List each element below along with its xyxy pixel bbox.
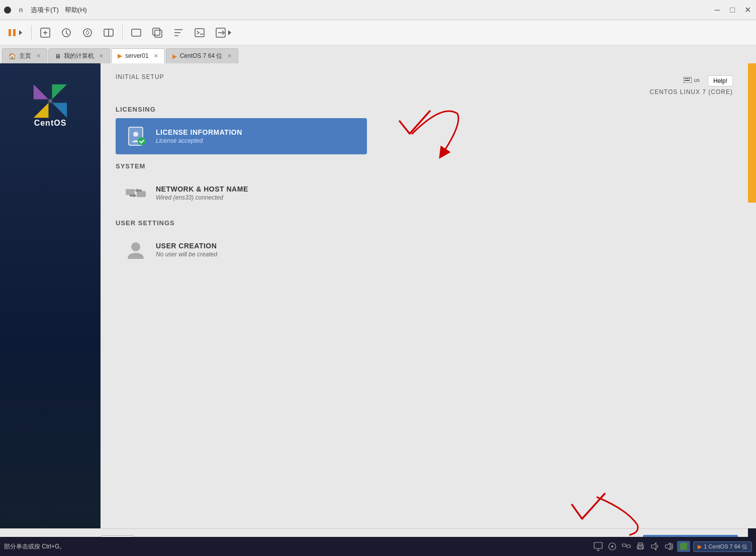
taskbar-task-icon: ▶ — [698, 543, 702, 550]
centos-version-label: CENTOS LINUX 7 (CORE) — [650, 88, 733, 96]
centos-logo-icon — [33, 83, 68, 119]
taskbar-icon-sound[interactable] — [649, 541, 660, 552]
tab-home-close[interactable]: ✕ — [36, 53, 41, 59]
network-hostname-item[interactable]: NETWORK & HOST NAME Wired (ens33) connec… — [116, 175, 367, 211]
svg-rect-9 — [153, 28, 160, 35]
menu-tab[interactable]: 选项卡(T) — [31, 6, 59, 15]
svg-point-36 — [611, 545, 613, 547]
tab-home-icon: 🏠 — [9, 53, 16, 60]
title-bar-menu: 选项卡(T) 帮助(H) — [31, 6, 87, 15]
taskbar-icon-network[interactable] — [621, 541, 632, 552]
svg-rect-37 — [622, 544, 626, 546]
tab-mycomputer-close[interactable]: ✕ — [99, 53, 104, 59]
svg-rect-0 — [9, 29, 11, 36]
taskbar-task-label: 1 CentOS 7 64 位 — [704, 543, 747, 550]
tab-server01-label: server01 — [125, 52, 149, 59]
header-top-info: us Help! — [684, 73, 733, 86]
licensing-section-label: LICENSING — [116, 106, 733, 113]
user-creation-text: USER CREATION No user will be created — [156, 242, 217, 258]
menu-help[interactable]: 帮助(H) — [65, 6, 87, 15]
taskbar-icon-print[interactable] — [635, 541, 646, 552]
svg-rect-8 — [132, 29, 141, 36]
user-creation-icon — [124, 238, 148, 262]
svg-rect-34 — [594, 542, 602, 548]
tab-server01-close[interactable]: ✕ — [154, 53, 158, 59]
toolbar-terminal-button[interactable] — [191, 25, 208, 40]
tab-server01[interactable]: ▶ server01 ✕ — [111, 48, 165, 63]
svg-marker-16 — [50, 84, 67, 101]
taskbar-icon-monitor[interactable] — [593, 541, 604, 552]
centos-brand-label: CentOS — [34, 119, 67, 128]
toolbar-btn-9[interactable] — [212, 25, 235, 40]
license-information-item[interactable]: LICENSE INFORMATION License accepted — [116, 118, 367, 154]
network-icon — [124, 181, 148, 205]
toolbar-btn-4[interactable] — [79, 25, 96, 40]
tab-centos[interactable]: ▶ CentOS 7 64 位 ✕ — [166, 48, 239, 63]
svg-rect-21 — [49, 100, 52, 103]
network-text: NETWORK & HOST NAME Wired (ens33) connec… — [156, 185, 248, 201]
app-logo — [4, 7, 11, 14]
taskbar-hint: 部分单击或按 Ctrl+G。 — [4, 542, 65, 551]
minimize-button[interactable]: ─ — [713, 6, 722, 15]
toolbar-btn-8[interactable] — [170, 25, 187, 40]
window-controls: ─ □ ✕ — [713, 6, 752, 15]
taskbar: 部分单击或按 Ctrl+G。 ▶ 1 CentOS 7 64 位 — [0, 537, 756, 556]
toolbar-pause-button[interactable] — [4, 26, 26, 40]
taskbar-icon-app[interactable] — [677, 541, 690, 552]
svg-marker-18 — [50, 101, 67, 118]
title-bar-left: n 选项卡(T) 帮助(H) — [4, 6, 87, 15]
taskbar-icon-volume[interactable] — [663, 541, 674, 552]
sidebar: CentOS — [0, 63, 101, 528]
user-creation-subtitle: No user will be created — [156, 251, 217, 258]
svg-rect-26 — [685, 80, 690, 81]
initial-setup-label: INITIAL SETUP — [116, 73, 164, 80]
tabs-bar: 🏠 主页 ✕ 🖥 我的计算机 ✕ ▶ server01 ✕ ▶ CentOS 7… — [0, 45, 756, 63]
toolbar-btn-6[interactable] — [128, 25, 145, 40]
toolbar-btn-2[interactable] — [37, 25, 54, 40]
svg-rect-38 — [627, 545, 630, 547]
svg-rect-32 — [137, 191, 146, 197]
license-title: LICENSE INFORMATION — [156, 128, 242, 136]
content-header: INITIAL SETUP us Help! CENTOS LINUX 7 (C… — [116, 73, 733, 96]
window-title: n — [19, 6, 23, 14]
svg-rect-43 — [680, 543, 687, 550]
user-creation-item[interactable]: USER CREATION No user will be created — [116, 232, 367, 268]
main-content: INITIAL SETUP us Help! CENTOS LINUX 7 (C… — [101, 63, 748, 528]
tab-home[interactable]: 🏠 主页 ✕ — [2, 48, 47, 63]
help-button[interactable]: Help! — [708, 75, 733, 86]
maximize-button[interactable]: □ — [728, 6, 737, 15]
license-subtitle: License accepted — [156, 137, 242, 144]
toolbar-btn-3[interactable] — [58, 25, 75, 40]
tab-server01-icon: ▶ — [118, 52, 122, 59]
user-creation-title: USER CREATION — [156, 242, 217, 250]
tab-centos-label: CentOS 7 64 位 — [180, 52, 223, 60]
tab-centos-close[interactable]: ✕ — [227, 53, 232, 59]
tab-home-label: 主页 — [19, 52, 31, 60]
svg-rect-25 — [689, 78, 690, 79]
right-edge-accent — [748, 63, 756, 528]
svg-rect-1 — [13, 29, 16, 36]
keyboard-icon — [684, 77, 692, 83]
header-right: us Help! CENTOS LINUX 7 (CORE) — [650, 73, 733, 96]
keyboard-indicator: us — [684, 77, 700, 83]
tab-centos-icon: ▶ — [172, 53, 177, 60]
close-button[interactable]: ✕ — [743, 6, 752, 15]
svg-marker-42 — [651, 543, 656, 550]
toolbar-btn-7[interactable] — [149, 25, 166, 40]
network-title: NETWORK & HOST NAME — [156, 185, 248, 193]
keyboard-lang: us — [694, 77, 700, 83]
svg-point-33 — [131, 242, 140, 251]
svg-rect-31 — [126, 189, 135, 195]
svg-marker-2 — [19, 30, 22, 35]
svg-marker-14 — [228, 30, 231, 35]
license-icon — [124, 124, 148, 148]
taskbar-right: ▶ 1 CentOS 7 64 位 — [593, 541, 752, 552]
svg-rect-24 — [687, 78, 688, 79]
taskbar-task-centos[interactable]: ▶ 1 CentOS 7 64 位 — [693, 541, 752, 552]
taskbar-icon-disk[interactable] — [607, 541, 618, 552]
tab-mycomputer[interactable]: 🖥 我的计算机 ✕ — [48, 48, 110, 63]
system-section-label: SYSTEM — [116, 162, 733, 170]
toolbar-btn-5[interactable] — [100, 25, 117, 40]
license-text: LICENSE INFORMATION License accepted — [156, 128, 242, 144]
title-bar: n 选项卡(T) 帮助(H) ─ □ ✕ — [0, 0, 756, 20]
